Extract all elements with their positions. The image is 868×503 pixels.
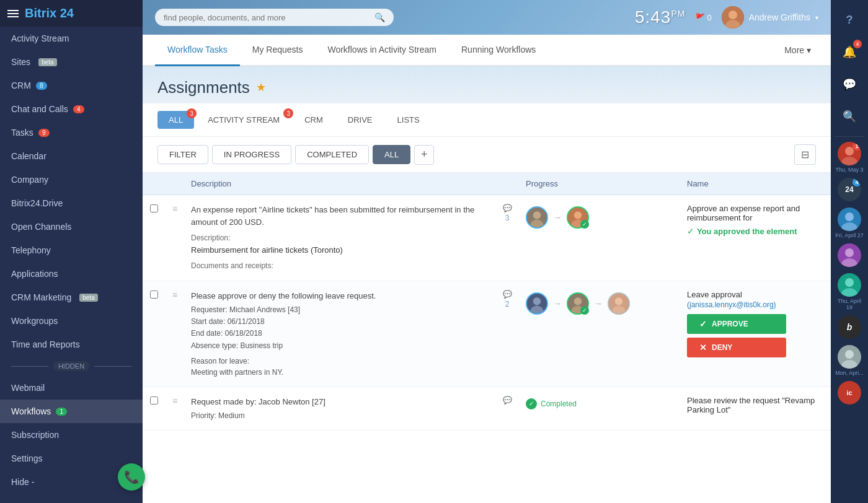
header-progress: Progress (526, 179, 687, 188)
row-checkbox[interactable] (150, 396, 172, 407)
end-date: End date: 06/18/2018 (191, 328, 489, 339)
filter-tab-activity-stream[interactable]: ACTIVITY STREAM 3 (197, 111, 291, 129)
sidebar-item-settings[interactable]: Settings (0, 447, 143, 470)
approve-check-icon: ✓ (699, 319, 707, 329)
avatar-from (526, 206, 548, 229)
question-icon: ? (846, 14, 853, 27)
star-icon[interactable]: ★ (256, 81, 266, 94)
description-label: Description: (191, 234, 230, 242)
tab-workflows-activity[interactable]: Workflows in Activity Stream (315, 35, 449, 66)
svg-point-10 (533, 297, 541, 305)
comment-icon: 💬 (503, 204, 512, 212)
activity-item[interactable]: 1 Thu, May 3 (835, 142, 864, 173)
sidebar-header: Bitrix 24 (0, 0, 143, 27)
tab-my-requests[interactable]: My Requests (240, 35, 316, 66)
hamburger-menu[interactable] (7, 10, 19, 17)
drag-handle[interactable]: ≡ (172, 290, 191, 300)
sidebar-item-subscription[interactable]: Subscription (0, 423, 143, 447)
leave-details: Requester: Michael Andrews [43] Start da… (191, 304, 489, 352)
deny-x-icon: ✕ (699, 343, 707, 352)
row-checkbox[interactable] (150, 204, 172, 215)
deny-button[interactable]: ✕ DENY (687, 338, 786, 357)
sidebar-item-sites[interactable]: Sites beta (0, 50, 143, 74)
activity-item[interactable] (835, 243, 864, 268)
tab-more[interactable]: More ▾ (777, 35, 818, 65)
activity-avatar: 1 (838, 142, 861, 165)
bell-button[interactable]: 🔔 4 (835, 37, 864, 67)
activity-item[interactable]: Fri, April 27 (835, 208, 864, 238)
approved-status: ✓ You approved the element (687, 226, 823, 236)
in-progress-button[interactable]: IN PROGRESS (212, 145, 291, 164)
sidebar-item-time-reports[interactable]: Time and Reports (0, 333, 143, 356)
search-icon[interactable]: 🔍 (374, 12, 385, 22)
sidebar-item-crm[interactable]: CRM 8 (0, 74, 143, 97)
activity-avatar (838, 273, 861, 297)
drag-handle[interactable]: ≡ (172, 204, 191, 214)
sidebar-item-applications[interactable]: Applications (0, 262, 143, 286)
completed-button[interactable]: COMPLETED (295, 145, 369, 164)
add-button[interactable]: + (414, 145, 434, 165)
sidebar-item-drive[interactable]: Bitrix24.Drive (0, 191, 143, 215)
svg-point-28 (845, 278, 854, 287)
description-detail-block: Description: Reimbursement for airline t… (191, 232, 489, 256)
comment-number: 3 (505, 214, 510, 222)
user-menu[interactable]: Andrew Griffiths ▾ (722, 6, 818, 28)
activity-item[interactable]: Thu, April 19 (835, 273, 864, 310)
sidebar-item-label: Company (11, 175, 48, 185)
activity-item[interactable]: ic (835, 381, 864, 406)
search-icon-button[interactable]: 🔍 (835, 102, 864, 131)
sidebar-item-webmail[interactable]: Webmail (0, 376, 143, 400)
row-description: Please approve or deny the following lea… (191, 290, 489, 378)
description-main: Request made by: Jacob Newton [27] (191, 396, 489, 408)
table-row: ≡ An expense report "Airline tickets" ha… (143, 195, 831, 281)
filter-tab-drive[interactable]: DRIVE (337, 111, 384, 129)
sidebar: Bitrix 24 Activity Stream Sites beta CRM… (0, 0, 143, 503)
sidebar-item-company[interactable]: Company (0, 168, 143, 191)
sidebar-item-telephony[interactable]: Telephony (0, 238, 143, 262)
activity-item[interactable]: 24 4 (835, 178, 864, 203)
view-toggle-button[interactable]: ⊟ (794, 144, 816, 165)
filter-tab-crm[interactable]: CRM (293, 111, 334, 129)
chat-badge: 4 (73, 105, 84, 113)
sidebar-item-label: Tasks (11, 128, 33, 138)
search-input[interactable] (164, 13, 370, 22)
name-cell: Leave approval (janissa.lennyx@itis0k.or… (687, 290, 823, 357)
chat-icon-button[interactable]: 💬 (835, 69, 864, 99)
row-checkbox[interactable] (150, 290, 172, 301)
sidebar-item-chat-and-calls[interactable]: Chat and Calls 4 (0, 97, 143, 121)
sidebar-item-calendar[interactable]: Calendar (0, 144, 143, 168)
sidebar-item-workflows[interactable]: Workflows 1 (0, 400, 143, 423)
activity-date: Thu, April 19 (835, 298, 864, 310)
name-cell: Approve an expense report and reimbursem… (687, 204, 823, 236)
topbar: 🔍 5:43PM 🚩 0 Andrew Griffiths ▾ (143, 0, 831, 35)
filter-button[interactable]: FILTER (157, 145, 208, 164)
activity-avatar: 24 4 (838, 178, 861, 201)
tab-workflow-tasks[interactable]: Workflow Tasks (155, 35, 240, 66)
name-title: Leave approval (687, 290, 823, 299)
email-link[interactable]: (janissa.lennyx@itis0k.org) (687, 300, 823, 309)
activity-badge: 1 (852, 142, 861, 151)
activity-item[interactable]: Mon, Apri... (835, 345, 864, 376)
activity-badge: 4 (852, 178, 861, 186)
all-button[interactable]: ALL (373, 145, 410, 164)
tab-running-workflows[interactable]: Running Workflows (449, 35, 548, 66)
filter-tab-all[interactable]: ALL 3 (157, 111, 194, 129)
chat-bubble-icon: 💬 (843, 77, 856, 91)
help-icon-button[interactable]: ? (835, 5, 864, 35)
drag-handle[interactable]: ≡ (172, 396, 191, 406)
sidebar-item-label: Open Channels (11, 222, 71, 232)
assignments-table: Description Progress Name ≡ An expense r… (143, 173, 831, 503)
sidebar-item-activity-stream[interactable]: Activity Stream (0, 27, 143, 50)
sidebar-item-tasks[interactable]: Tasks 9 (0, 121, 143, 144)
sidebar-item-crm-marketing[interactable]: CRM Marketing beta (0, 286, 143, 309)
approve-button[interactable]: ✓ APPROVE (687, 314, 786, 334)
search-box[interactable]: 🔍 (155, 9, 394, 26)
sidebar-item-label: Time and Reports (11, 339, 80, 349)
arrow-icon: → (594, 299, 603, 308)
activity-avatar: b (838, 315, 861, 339)
sidebar-item-workgroups[interactable]: Workgroups (0, 309, 143, 333)
phone-button[interactable]: 📞 (118, 463, 143, 491)
sidebar-item-open-channels[interactable]: Open Channels (0, 215, 143, 238)
activity-item[interactable]: b (835, 315, 864, 340)
filter-tab-lists[interactable]: LISTS (386, 111, 431, 129)
